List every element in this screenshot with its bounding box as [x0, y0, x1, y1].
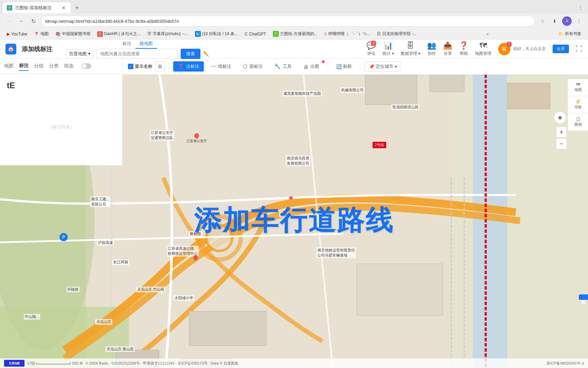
bookmark-youtube-label: YouTube — [11, 32, 27, 36]
bookmark-zhihu[interactable]: 知 (10 封私信 / 14 条... — [192, 30, 241, 37]
bookmark-zimuku[interactable]: 字 字幕库(zimuku) --... — [145, 30, 191, 37]
area-annotation-label: 面标注 — [249, 63, 263, 70]
show-names-label: 显示名称 — [135, 63, 152, 70]
show-names-checkbox[interactable]: ✓ — [128, 64, 133, 69]
left-panel: 地图 标注 分组 分类 筛选 tE （标注列表） — [0, 59, 122, 165]
bookmarks-more-btn[interactable]: » — [484, 31, 491, 37]
new-tab-btn[interactable]: + — [72, 3, 82, 13]
point-annotation-btn[interactable]: 📍 点标注 — [173, 61, 204, 72]
search-tab-map[interactable]: 搜地图 — [135, 39, 157, 49]
tools-btn[interactable]: 🔧 工具 — [270, 61, 296, 72]
panel-tab-annotation[interactable]: 标注 — [19, 61, 29, 71]
zoom-plus-btn[interactable]: + — [556, 127, 567, 138]
share-btn[interactable]: 📤 分享 — [443, 41, 452, 57]
panel-tab-map[interactable]: 地图 — [4, 62, 14, 71]
scale-label: 100 米 — [72, 361, 83, 366]
panel-tab-group[interactable]: 分组 — [34, 62, 44, 71]
map-source-selector[interactable]: 百度地图 ▾ — [66, 49, 94, 59]
app-title: 添加线标注 — [22, 45, 52, 53]
map-settings-btn[interactable]: ⚙ — [155, 62, 165, 71]
map-label-zhongshaling: 中山陵... — [24, 314, 40, 320]
map-container: 地图 标注 分组 分类 筛选 tE （标注列表） ✓ 显示名称 ⚙ 📍 点标注 … — [0, 59, 588, 368]
map-view-btn[interactable]: 🗺 地图 — [568, 79, 588, 96]
panel-content: tE （标注列表） — [0, 74, 122, 165]
bookmark-map-label: 地图 — [40, 31, 49, 37]
stats-btn[interactable]: 📊 统计 ▾ — [382, 41, 394, 57]
svg-rect-10 — [507, 83, 550, 109]
home-btn[interactable]: 🏠 — [5, 44, 16, 55]
bookmarks-folder-btn[interactable]: 📁 所有书签 — [556, 30, 584, 37]
bookmark-chatgpt[interactable]: C ChatGPT — [242, 31, 269, 37]
browser-options-btn[interactable]: ⋮ — [574, 16, 584, 26]
bookmark-bekejie-label: 贝克街推理学院 -... — [382, 31, 416, 37]
bookmark-library[interactable]: 📚 中国国家图书馆 — [53, 30, 93, 37]
forward-btn[interactable]: → — [16, 16, 26, 26]
tab-close-btn[interactable]: ✕ — [61, 5, 67, 11]
bookmark-bilibili[interactable]: B 哔哩哔哩（゜-゜）つ... — [322, 30, 373, 37]
bookmark-bilibili-label: 哔哩哔哩（゜-゜）つ... — [328, 31, 370, 37]
data-mgmt-btn[interactable]: 🗄 数据管理 ▾ — [401, 41, 420, 57]
bookmark-map[interactable]: 📍 地图 — [31, 30, 51, 37]
fullscreen-expand-icon[interactable]: ⛶ — [576, 45, 583, 53]
fullscreen-btn[interactable]: 全屏 — [553, 45, 569, 53]
browser-menu-btn[interactable]: ⋮ — [576, 3, 585, 13]
refresh-map-btn[interactable]: 🔄 刷新 — [332, 62, 356, 71]
active-tab[interactable]: 兰 兰图绘-添加线标注 ✕ — [3, 2, 71, 13]
search-input-row: 百度地图 ▾ 搜索 ✏️ — [66, 49, 209, 59]
folder-icon: 📁 — [558, 32, 564, 36]
bookmark-bekejie[interactable]: 贝 贝克街推理学院 -... — [374, 30, 419, 37]
download-btn[interactable]: ⬇ — [550, 16, 559, 26]
bookmark-gaohr-label: GaoHR | 冰与火之... — [104, 31, 141, 37]
line-annotation-btn[interactable]: 〰 线标注 — [207, 61, 236, 72]
comment-btn[interactable]: 💬 0 评论 — [366, 41, 376, 57]
zoom-level-label: 17级 — [27, 361, 35, 366]
export-icon: 🖨 — [303, 64, 308, 70]
profile-btn[interactable]: A — [562, 16, 572, 26]
user-badge: 7 — [506, 42, 512, 47]
line-icon: 〰 — [211, 64, 216, 70]
scale-line — [36, 362, 70, 364]
search-tab-annotation[interactable]: 标注 — [118, 39, 135, 49]
filter-toggle[interactable] — [82, 63, 91, 69]
back-btn[interactable]: ← — [4, 16, 14, 26]
bookmark-lantuhui[interactable]: 兰 兰图绘-方便易用的... — [270, 30, 320, 37]
map-label-tianhong1: 天泓山庄·竹山苑 — [136, 287, 165, 292]
zoom-minus-btn[interactable]: − — [556, 138, 567, 149]
address-bar[interactable]: ldmap.net/map.html?id=a14be390-b0c8-47bc… — [41, 16, 535, 27]
online-support-btn[interactable]: 在线咨询 — [579, 294, 588, 300]
export-btn[interactable]: 🖨 出图 — [299, 61, 324, 72]
user-avatar-container: 狐 7 — [498, 43, 510, 55]
north-btn[interactable]: ⊕ — [554, 111, 566, 124]
zoom-controls: + − — [556, 127, 567, 149]
comment-label: 评论 — [367, 51, 375, 57]
map-label-jsgaj: 江苏省公安厅交通警察总队 — [150, 130, 174, 141]
navigation-btn[interactable]: 🧭 导航 — [568, 96, 588, 113]
panel-tab-category[interactable]: 分类 — [49, 62, 59, 71]
show-names-check[interactable]: ✓ 显示名称 — [128, 63, 152, 70]
gaohr-icon: G — [97, 31, 102, 37]
poi-search-input[interactable] — [96, 49, 178, 59]
legend-label: 图例 — [574, 122, 582, 127]
map-label-huanling: 环陵路 — [66, 287, 80, 292]
bookmark-youtube[interactable]: ▶ YouTube — [4, 31, 30, 37]
data-mgmt-label: 数据管理 ▾ — [401, 51, 420, 57]
line-annotation-label: 线标注 — [218, 63, 231, 70]
baidu-logo: 百度地图 — [4, 360, 24, 367]
legend-btn[interactable]: 📋 图例 — [568, 113, 588, 131]
map-mgmt-btn[interactable]: 🗺 地图管理 — [475, 41, 491, 57]
map-view-icon: 🗺 — [576, 82, 580, 87]
panel-tab-filter[interactable]: 筛选 — [64, 62, 74, 71]
search-clear-btn[interactable]: ✏️ — [203, 51, 209, 57]
library-icon: 📚 — [55, 32, 61, 36]
refresh-btn[interactable]: ↻ — [29, 16, 38, 26]
map-view-label: 地图 — [574, 87, 582, 92]
bookmark-star-btn[interactable]: ☆ — [538, 16, 547, 26]
locate-city-btn[interactable]: 📌 定位城市 ▾ — [364, 61, 402, 72]
bookmark-gaohr[interactable]: G GaoHR | 冰与火之... — [95, 30, 143, 37]
share-label: 分享 — [444, 51, 452, 57]
collab-btn[interactable]: 👥 协作 — [427, 41, 436, 57]
help-btn[interactable]: ❓ 帮助 — [459, 41, 468, 57]
search-submit-btn[interactable]: 搜索 — [181, 49, 200, 59]
panel-placeholder: （标注列表） — [4, 93, 118, 161]
area-annotation-btn[interactable]: ⬡ 面标注 — [239, 61, 267, 72]
